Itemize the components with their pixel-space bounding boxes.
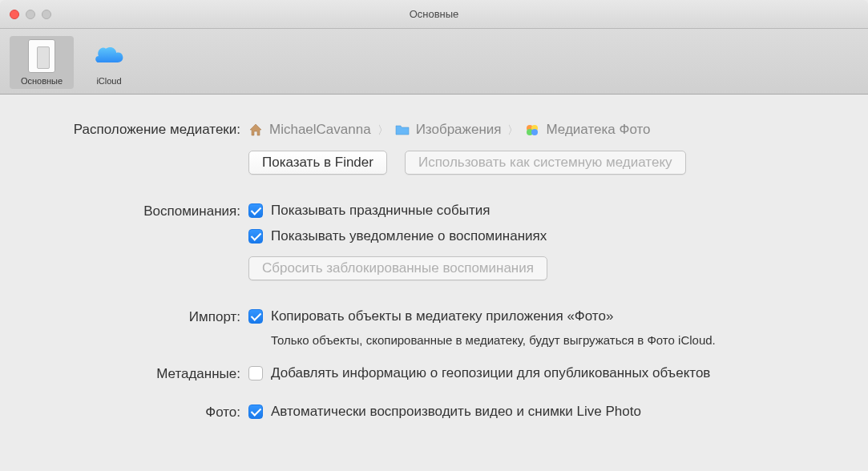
copy-items-label: Копировать объекты в медиатеку приложени…: [271, 306, 613, 327]
copy-items-checkbox[interactable]: [248, 309, 263, 324]
metadata-label: Метаданные:: [29, 363, 248, 385]
autoplay-label: Автоматически воспроизводить видео и сни…: [271, 401, 641, 422]
window-title: Основные: [0, 8, 868, 20]
location-label: Расположение медиатеки:: [29, 119, 248, 141]
breadcrumb-folder: Изображения: [416, 119, 502, 141]
tab-icloud[interactable]: iCloud: [77, 36, 141, 89]
breadcrumb-home: MichaelCavanna: [269, 119, 371, 141]
svg-point-3: [531, 129, 538, 135]
photos-label: Фото:: [29, 401, 248, 424]
autoplay-checkbox[interactable]: [248, 405, 263, 419]
tab-general[interactable]: Основные: [10, 36, 74, 89]
import-label: Импорт:: [29, 306, 248, 328]
titlebar: Основные: [0, 0, 868, 29]
include-location-label: Добавлять информацию о геопозиции для оп…: [271, 363, 710, 384]
show-in-finder-button[interactable]: Показать в Finder: [248, 151, 387, 175]
chevron-right-icon: 〉: [377, 119, 389, 141]
icloud-icon: [92, 39, 126, 73]
show-memories-notifications-checkbox[interactable]: [248, 229, 263, 244]
show-holiday-events-checkbox[interactable]: [248, 203, 263, 218]
tab-general-label: Основные: [21, 76, 63, 86]
folder-icon: [395, 123, 410, 136]
import-help-text: Только объекты, скопированные в медиатек…: [271, 333, 839, 347]
general-icon: [25, 39, 59, 73]
include-location-checkbox[interactable]: [248, 366, 263, 380]
preferences-window: Основные Основные iClo: [0, 0, 868, 471]
show-holiday-events-label: Показывать праздничные события: [271, 200, 490, 221]
memories-label: Воспоминания:: [29, 200, 248, 223]
breadcrumb-library: Медиатека Фото: [546, 119, 650, 141]
chevron-right-icon: 〉: [507, 119, 519, 141]
toolbar: Основные iCloud: [0, 29, 868, 95]
minimize-button[interactable]: [26, 10, 35, 19]
reset-blocked-memories-button[interactable]: Сбросить заблокированные воспоминания: [248, 256, 547, 280]
photos-library-icon: [525, 123, 539, 136]
close-button[interactable]: [10, 10, 19, 19]
show-memories-notifications-label: Показывать уведомление о воспоминаниях: [271, 226, 547, 247]
library-path-breadcrumb: MichaelCavanna 〉 Изображения 〉 Медиатека…: [248, 119, 839, 141]
maximize-button[interactable]: [42, 10, 51, 19]
home-icon: [248, 123, 263, 136]
use-as-system-library-button[interactable]: Использовать как системную медиатеку: [405, 151, 686, 175]
tab-icloud-label: iCloud: [96, 76, 121, 86]
content: Расположение медиатеки: MichaelCavanna 〉…: [0, 95, 868, 471]
